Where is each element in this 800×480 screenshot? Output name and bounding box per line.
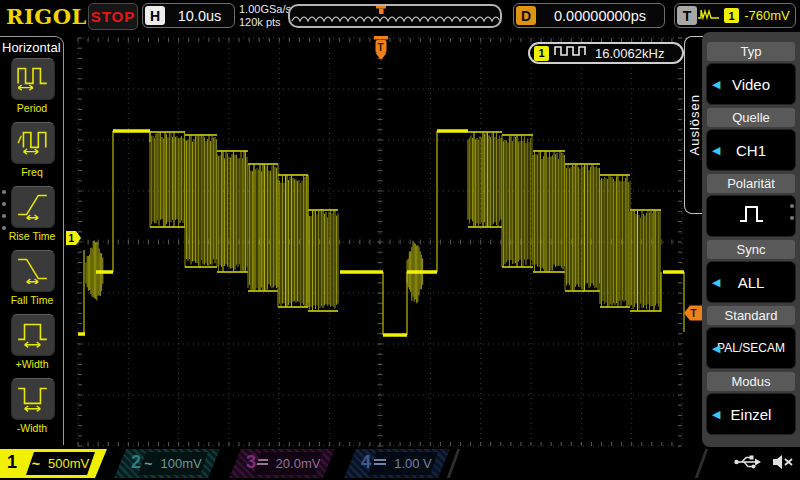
menu-value-text: PAL/SECAM [717,341,785,355]
timebase-preview-strip [288,4,502,28]
ch1-offset-marker[interactable]: 1 [66,231,81,245]
channel-number: 1 [7,452,17,473]
menu-value-polarit-t[interactable] [706,195,796,237]
ac-coupling-icon: ~ [144,459,152,469]
acquisition-info: 1.00GSa/s 120k pts [239,3,291,29]
channel-1-tab[interactable]: 1~500mV [0,449,107,478]
delay-readout-box: D 0.00000000ps [513,3,665,28]
channel-2-tab[interactable]: 2~100mV [114,449,220,478]
channel-scale-value: 500mV [48,456,89,471]
left-menu-item-rise-time[interactable] [11,186,55,228]
menu-value-text: ALL [738,274,765,291]
left-triangle-icon: ◀ [712,342,720,355]
menu-value-modus[interactable]: ◀Einzel [706,393,796,435]
channel-scale-value: 1.00 V [394,456,432,471]
fall-time-icon [16,254,50,288]
dc-coupling-icon [374,459,386,469]
menu-value-text: Video [732,76,770,93]
channel-4-tab[interactable]: 41.00 V [344,449,450,478]
menu-value-text: CH1 [736,142,766,159]
svg-text:T: T [378,42,384,53]
page-dot [790,216,794,220]
sample-rate: 1.00GSa/s [239,3,291,16]
horizontal-timebase-box[interactable]: H 10.0us [142,3,235,28]
run-state-indicator[interactable]: STOP [88,3,138,30]
left-menu-item-label: -Width [0,422,64,434]
t-badge: T [677,6,697,25]
waveform-display: 1TT [64,32,704,448]
usb-icon [733,452,763,476]
page-dot [790,204,794,208]
frequency-counter-badge: 1 16.0062kHz [528,42,684,64]
left-triangle-icon: ◀ [712,408,720,421]
menu-value-sync[interactable]: ◀ALL [706,261,796,303]
page-dot [2,190,6,194]
menu-value-text: Einzel [731,406,772,423]
channel-scale-value: 20.0mV [276,456,321,471]
left-menu-item-period[interactable] [11,58,55,100]
freq-channel-badge: 1 [534,46,549,61]
bottom-bar-divider [447,449,461,478]
rigol-logo: RIGOL [6,4,87,29]
period-icon [16,62,50,96]
menu-value-typ[interactable]: ◀Video [706,63,796,105]
left-menu-item-fall-time[interactable] [11,250,55,292]
ch1-trace [78,131,684,335]
rise-time-icon [16,190,50,224]
dc-coupling-icon [256,459,268,469]
positive-pulse-icon [733,200,769,232]
channel-scale-value: 100mV [160,456,201,471]
menu-label-standard: Standard [707,306,795,325]
right-menu-panel: Typ◀VideoQuelle◀CH1PolaritätSync◀ALLStan… [702,32,800,447]
freq-icon [16,126,50,160]
video-wave-icon [697,6,721,26]
plus-width-icon [16,318,50,352]
trigger-source-badge: 1 [724,8,739,23]
memory-depth: 120k pts [239,16,291,29]
left-menu-item-label: Fall Time [0,294,64,306]
channel-number: 2 [131,452,141,473]
left-triangle-icon: ◀ [712,276,720,289]
delay-value: 0.00000000ps [536,8,664,24]
channel-scale-box: ~100mV [138,452,208,475]
timebase-value: 10.0us [165,8,234,24]
svg-text:1: 1 [69,233,75,244]
left-menu-item-width[interactable] [11,378,55,420]
square-wave-icon [554,44,590,62]
freq-value: 16.0062kHz [595,46,664,61]
page-dot [2,226,6,230]
left-menu-item-label: Rise Time [0,230,64,242]
channel-number: 3 [246,452,256,473]
menu-value-quelle[interactable]: ◀CH1 [706,129,796,171]
trigger-readout-box[interactable]: T 1 -760mV [674,3,796,28]
channel-3-tab[interactable]: 320.0mV [229,449,335,478]
left-menu-item-label: Period [0,102,64,114]
svg-text:T: T [691,308,697,319]
page-dot [2,214,6,218]
menu-label-polarit-t: Polarität [707,174,795,193]
left-menu-item-width[interactable] [11,314,55,356]
preview-waveform-icon [290,6,500,26]
trigger-position-marker[interactable]: T [374,36,388,60]
bottom-bar-divider [695,449,709,478]
oscilloscope-screen: RIGOL STOP H 10.0us 1.00GSa/s 120k pts D… [0,0,800,480]
status-icons [733,452,795,476]
trigger-menu-tab-label: Auslösen [687,94,702,155]
left-triangle-icon: ◀ [712,78,720,91]
left-menu-item-label: +Width [0,358,64,370]
page-dot [2,202,6,206]
left-menu-item-freq[interactable] [11,122,55,164]
menu-value-standard[interactable]: ◀PAL/SECAM [706,327,796,369]
trigger-menu-tab[interactable]: Auslösen [684,36,704,214]
menu-label-sync: Sync [707,240,795,259]
h-badge: H [145,6,165,25]
channel-number: 4 [361,452,371,473]
menu-label-quelle: Quelle [707,108,795,127]
left-menu-item-label: Freq [0,166,64,178]
menu-label-typ: Typ [707,42,795,61]
left-menu-title: Horizontal [2,40,61,55]
ac-coupling-icon: ~ [32,459,40,469]
trigger-level-marker[interactable]: T [684,306,702,321]
minus-width-icon [16,382,50,416]
trigger-level-value: -760mV [739,8,795,23]
